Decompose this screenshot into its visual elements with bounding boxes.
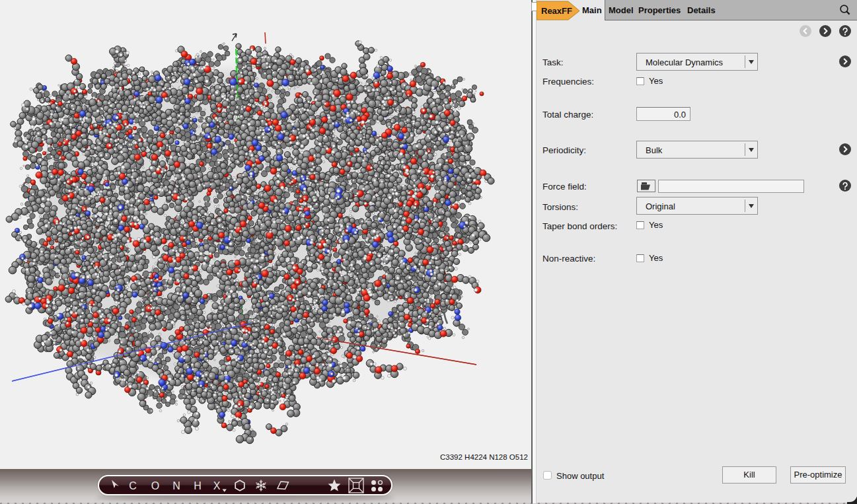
svg-text:C3392 H4224 N128 O512: C3392 H4224 N128 O512 [440, 453, 528, 461]
svg-text:ReaxFF: ReaxFF [541, 6, 572, 16]
svg-text:H: H [194, 480, 202, 491]
svg-text:O: O [151, 480, 159, 491]
svg-text:N: N [172, 480, 180, 491]
svg-text:C: C [129, 480, 137, 491]
svg-text:X: X [213, 480, 221, 491]
